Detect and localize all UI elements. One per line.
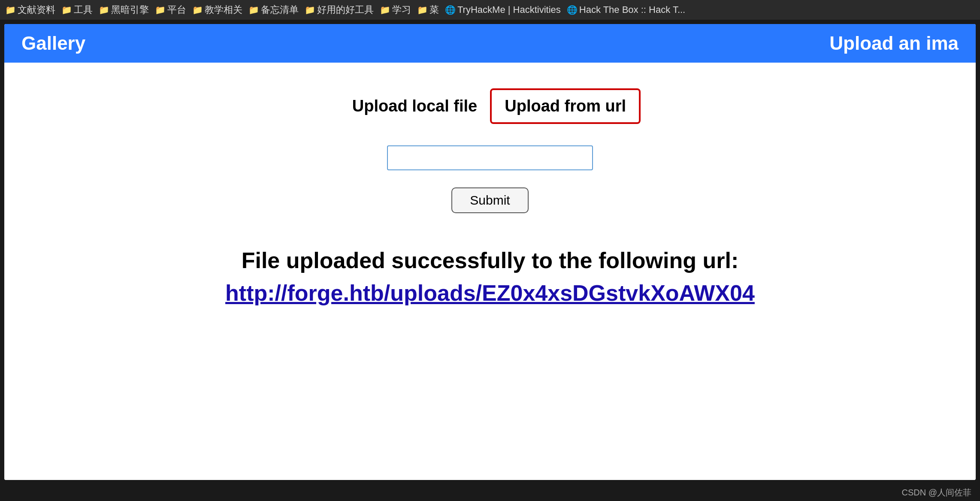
bookmark-hackthebox[interactable]: 🌐 Hack The Box :: Hack T... (567, 4, 685, 15)
bookmark-label: 文献资料 (18, 3, 55, 16)
folder-icon: 📁 (5, 5, 16, 15)
bookmark-label: 黑暗引擎 (111, 3, 149, 16)
navbar-brand[interactable]: Gallery (21, 33, 85, 54)
page-content: Upload local file Upload from url Submit… (4, 63, 976, 480)
footer-credit: CSDN @人间佐菲 (901, 488, 971, 497)
tab-row: Upload local file Upload from url (339, 88, 641, 124)
globe-icon: 🌐 (567, 5, 578, 15)
bookmark-beiwang[interactable]: 📁 备忘清单 (248, 3, 299, 16)
bookmark-jiaoxue[interactable]: 📁 教学相关 (192, 3, 242, 16)
page-wrapper: Gallery Upload an ima Upload local file … (4, 24, 976, 480)
folder-icon: 📁 (192, 5, 203, 15)
bookmark-label: Hack The Box :: Hack T... (579, 4, 685, 15)
folder-icon: 📁 (305, 5, 315, 15)
footer: CSDN @人间佐菲 (0, 484, 980, 501)
bookmark-label: 工具 (74, 3, 93, 16)
bookmark-heimanyin[interactable]: 📁 黑暗引擎 (99, 3, 149, 16)
folder-icon: 📁 (99, 5, 109, 15)
bookmark-label: 平台 (167, 3, 186, 16)
folder-icon: 📁 (380, 5, 390, 15)
bookmark-haoyong[interactable]: 📁 好用的好工具 (305, 3, 374, 16)
bookmark-label: 菜 (430, 3, 439, 16)
bookmark-wendian[interactable]: 📁 文献资料 (5, 3, 55, 16)
folder-icon: 📁 (417, 5, 428, 15)
bookmark-tryhackme[interactable]: 🌐 TryHackMe | Hacktivities (445, 4, 561, 15)
uploaded-file-link[interactable]: http://forge.htb/uploads/EZ0x4xsDGstvkXo… (225, 281, 755, 305)
success-text: File uploaded successfully to the follow… (225, 247, 755, 273)
bookmark-label: 备忘清单 (261, 3, 299, 16)
bookmark-label: 学习 (392, 3, 411, 16)
tab-upload-url[interactable]: Upload from url (490, 88, 641, 124)
navbar-upload-link[interactable]: Upload an ima (829, 33, 959, 54)
navbar: Gallery Upload an ima (4, 24, 976, 63)
submit-button[interactable]: Submit (451, 187, 529, 213)
bookmarks-bar: 📁 文献资料 📁 工具 📁 黑暗引擎 📁 平台 📁 教学相关 📁 备忘清单 📁 … (0, 0, 980, 20)
bookmark-cai[interactable]: 📁 菜 (417, 3, 439, 16)
folder-icon: 📁 (61, 5, 72, 15)
success-section: File uploaded successfully to the follow… (225, 247, 755, 306)
bookmark-pingtai[interactable]: 📁 平台 (155, 3, 186, 16)
globe-icon: 🌐 (445, 5, 456, 15)
bookmark-label: 教学相关 (205, 3, 242, 16)
folder-icon: 📁 (155, 5, 166, 15)
tab-upload-local[interactable]: Upload local file (339, 90, 490, 122)
folder-icon: 📁 (248, 5, 259, 15)
bookmark-label: TryHackMe | Hacktivities (457, 4, 561, 15)
url-input[interactable] (387, 145, 593, 170)
bookmark-gongju[interactable]: 📁 工具 (61, 3, 93, 16)
bookmark-xuexi[interactable]: 📁 学习 (380, 3, 411, 16)
bookmark-label: 好用的好工具 (317, 3, 374, 16)
